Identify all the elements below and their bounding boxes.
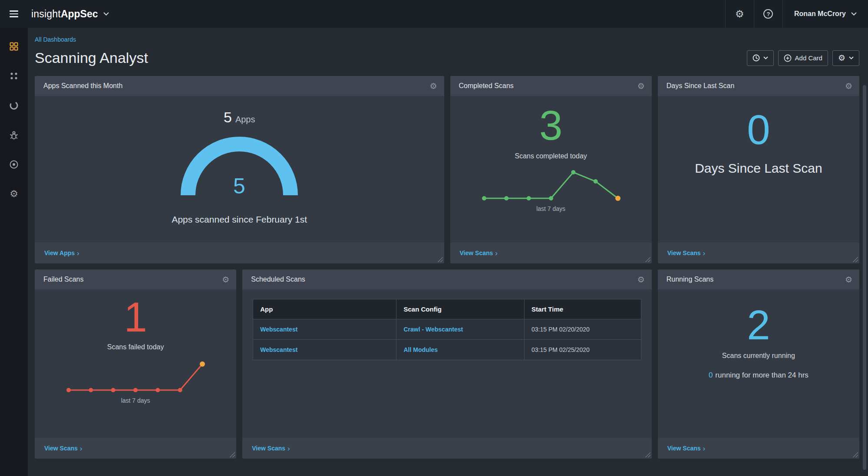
card-footer: View Scans › [35, 438, 236, 459]
page-title: Scanning Analyst [35, 49, 148, 66]
chevron-down-icon [763, 56, 768, 59]
sparkline-caption: last 7 days [121, 397, 150, 404]
chevron-right-icon: › [495, 249, 498, 257]
link-label: View Apps [44, 249, 75, 256]
title-row: Scanning Analyst [35, 49, 859, 66]
scrollbar-thumb[interactable] [863, 85, 866, 470]
days-since-subtitle: Days Since Last Scan [695, 161, 822, 176]
card-apps-scanned-this-month: Apps Scanned this Month ⚙ 5 Apps 5 Apps … [35, 76, 444, 263]
link-label: View Scans [460, 249, 493, 256]
sidebar-item-apps[interactable] [6, 68, 22, 84]
chevron-down-icon [851, 12, 857, 16]
card-header: Completed Scans ⚙ [450, 76, 652, 96]
table-cell-link[interactable]: Webscantest [253, 340, 396, 360]
card-title: Completed Scans [459, 82, 514, 90]
chevron-down-icon [849, 56, 854, 59]
target-icon [9, 159, 19, 170]
sidebar-item-scans[interactable] [6, 156, 22, 173]
chevron-right-icon: › [287, 445, 290, 452]
card-footer: View Scans › [658, 243, 859, 263]
card-title: Apps Scanned this Month [43, 82, 122, 90]
card-body: 2 Scans currently running 0 running for … [658, 289, 859, 438]
gear-icon: ⚙ [735, 9, 744, 19]
view-scans-link[interactable]: View Scans › [667, 445, 705, 452]
note-text: running for more than 24 hrs [715, 371, 809, 380]
view-scans-link[interactable]: View Scans › [252, 445, 290, 452]
apps-icon [9, 71, 19, 81]
left-sidebar: ⚙ [0, 28, 28, 476]
card-title: Failed Scans [43, 276, 84, 283]
sidebar-item-reports[interactable] [6, 97, 22, 114]
user-menu[interactable]: Ronan McCrory [782, 0, 868, 28]
hamburger-menu-button[interactable] [0, 0, 28, 28]
link-label: View Scans [252, 445, 285, 452]
card-settings-icon[interactable]: ⚙ [845, 276, 852, 284]
refresh-interval-button[interactable] [747, 50, 774, 66]
card-settings-icon[interactable]: ⚙ [429, 82, 437, 90]
hamburger-icon [10, 10, 18, 17]
card-body: 0 Days Since Last Scan [658, 96, 859, 243]
card-settings-icon[interactable]: ⚙ [222, 276, 229, 284]
gear-icon: ⚙ [10, 188, 18, 200]
scheduled-scans-table: AppScan ConfigStart TimeWebscantestCrawl… [253, 299, 641, 360]
sparkline-chart [62, 357, 209, 397]
card-running-scans: Running Scans ⚙ 2 Scans currently runnin… [658, 269, 859, 459]
view-scans-link[interactable]: View Scans › [44, 445, 82, 452]
card-footer: View Apps › [35, 243, 444, 263]
card-settings-icon[interactable]: ⚙ [845, 82, 852, 90]
sidebar-item-dashboards[interactable] [6, 38, 22, 55]
card-header: Running Scans ⚙ [658, 269, 859, 289]
days-since-count: 0 [747, 109, 770, 151]
card-title: Running Scans [667, 276, 714, 283]
card-header: Failed Scans ⚙ [35, 269, 236, 289]
card-settings-icon[interactable]: ⚙ [637, 82, 645, 90]
sparkline-caption: last 7 days [536, 205, 565, 212]
brand-prefix: insight [31, 8, 61, 20]
link-label: View Scans [667, 445, 701, 452]
card-footer: View Scans › [658, 438, 859, 459]
card-title: Days Since Last Scan [667, 82, 735, 90]
top-bar: insightAppSec ⚙ ? Ronan McCrory [0, 0, 868, 28]
card-body: 3 Scans completed today last 7 days [450, 96, 652, 243]
card-header: Days Since Last Scan ⚙ [658, 76, 859, 96]
running-scans-note: 0 running for more than 24 hrs [709, 371, 809, 380]
pie-chart-icon [9, 100, 19, 111]
chevron-right-icon: › [80, 445, 83, 452]
card-body: 5 Apps 5 Apps scanned since February 1st [35, 96, 444, 243]
link-label: View Scans [44, 445, 78, 452]
running-scans-subtitle: Scans currently running [722, 352, 795, 360]
table-cell-link[interactable]: Webscantest [253, 319, 396, 339]
add-card-button[interactable]: Add Card [778, 50, 828, 66]
completed-scans-subtitle: Scans completed today [515, 152, 587, 160]
card-header: Apps Scanned this Month ⚙ [35, 76, 444, 96]
failed-scans-subtitle: Scans failed today [107, 343, 164, 351]
card-footer: View Scans › [242, 438, 652, 459]
view-apps-link[interactable]: View Apps › [44, 249, 79, 257]
sidebar-item-settings[interactable]: ⚙ [6, 186, 22, 202]
completed-scans-count: 3 [539, 105, 562, 146]
card-settings-icon[interactable]: ⚙ [637, 276, 645, 284]
view-scans-link[interactable]: View Scans › [460, 249, 498, 257]
page-actions: Add Card ⚙ [747, 50, 859, 66]
table-cell-link[interactable]: Crawl - Webscantest [396, 319, 525, 339]
chevron-down-icon [103, 12, 109, 16]
chevron-right-icon: › [703, 445, 706, 452]
breadcrumb-all-dashboards[interactable]: All Dashboards [35, 36, 76, 43]
help-button[interactable]: ? [754, 0, 782, 28]
bug-icon [9, 130, 19, 140]
clock-icon [752, 54, 760, 62]
dashboard-settings-button[interactable]: ⚙ [832, 50, 859, 66]
card-body: AppScan ConfigStart TimeWebscantestCrawl… [242, 289, 652, 438]
table-header-row: AppScan ConfigStart Time [253, 299, 641, 319]
chevron-right-icon: › [703, 249, 706, 257]
running-scans-count: 2 [747, 304, 770, 346]
global-settings-button[interactable]: ⚙ [725, 0, 754, 28]
sidebar-item-vulnerabilities[interactable] [6, 127, 22, 143]
table-cell-link[interactable]: All Modules [396, 340, 525, 360]
help-icon: ? [763, 9, 773, 19]
view-scans-link[interactable]: View Scans › [667, 249, 705, 257]
product-brand[interactable]: insightAppSec [28, 0, 109, 28]
card-footer: View Scans › [450, 243, 652, 263]
link-label: View Scans [667, 249, 701, 256]
card-scheduled-scans: Scheduled Scans ⚙ AppScan ConfigStart Ti… [242, 269, 652, 459]
